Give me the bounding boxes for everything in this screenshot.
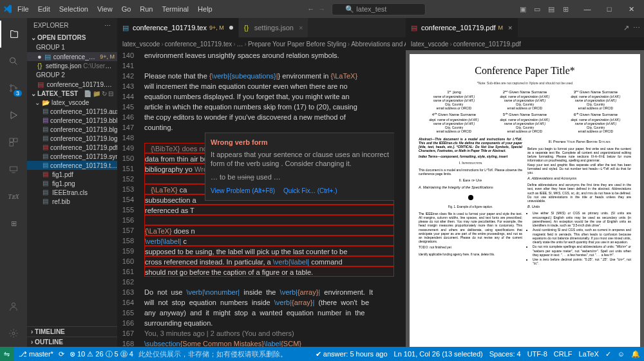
command-center[interactable]: 🔍 latex_test [332, 3, 426, 15]
code-line[interactable]: counting. [144, 122, 394, 133]
nav-back-icon[interactable]: ← [307, 5, 314, 13]
breadcrumbs[interactable]: latex_vscode› conference_101719.tex› …› … [117, 37, 406, 50]
code-line[interactable]: will not stop equation numbers inside \v… [144, 297, 394, 308]
menu-edit[interactable]: Edit [33, 5, 55, 13]
collapse-all-icon[interactable]: ⊟ [108, 90, 113, 97]
code-line[interactable]: the copy editors to wonder if you've dis… [144, 112, 394, 122]
view-problem-link[interactable]: View Problem (Alt+F8) [211, 187, 275, 194]
activity-remote-icon[interactable] [0, 156, 27, 183]
customize-layout-icon[interactable]: ⊞ [559, 3, 572, 15]
open-editors-header[interactable]: ⌄OPEN EDITORS [27, 33, 117, 42]
file-tree-item[interactable]: ▤conference_101719.logM [27, 134, 117, 143]
activity-account-icon[interactable] [0, 293, 27, 320]
code-line[interactable]: \verb|\label| c [144, 236, 394, 246]
code-line[interactable] [144, 215, 394, 225]
code-line[interactable]: \subsection{Some Common Mistakes}\label{… [144, 338, 394, 347]
file-tree-item[interactable]: ▤conference_101719.pdfM [27, 143, 117, 152]
code-line[interactable]: Please note that the {\verb|{subequation… [144, 71, 394, 81]
code-line[interactable] [144, 277, 394, 287]
file-tree-item[interactable]: ▤conference_101719.bbl [27, 116, 117, 125]
code-line[interactable]: Do not use \verb|\nonumber| inside the \… [144, 287, 394, 297]
workspace-header[interactable]: ⌄LATEX_TEST 📄 📁 ↻ ⊟ [27, 89, 117, 98]
activity-debug-icon[interactable] [0, 102, 27, 129]
window-close-icon[interactable]: ✕ [621, 1, 641, 17]
file-tree-item[interactable]: ▤fig1.png [27, 179, 117, 188]
code-line[interactable]: should not go before the caption of a fi… [144, 266, 394, 277]
code-line[interactable]: You, 3 minutes ago | 2 authors (You and … [144, 328, 394, 338]
status-eol[interactable]: CRLF [554, 350, 573, 358]
code-editor[interactable]: 1401411421431441451461471481491501511521… [117, 50, 406, 347]
more-icon[interactable]: ⋯ [633, 24, 640, 32]
toggle-panel-icon[interactable]: ▭ [531, 3, 544, 15]
refresh-icon[interactable]: ↻ [102, 90, 107, 97]
file-tree-item[interactable]: ▤conference_101719.aux [27, 107, 117, 116]
status-language[interactable]: LaTeX [579, 350, 599, 358]
file-tree-item[interactable]: ▤conference_101719.t…9+, M [27, 161, 117, 170]
menu-help[interactable]: Help [193, 5, 217, 13]
quick-fix-link[interactable]: Quick Fix... (Ctrl+.) [283, 187, 337, 194]
activity-settings-icon[interactable] [0, 320, 27, 347]
tab-conference-pdf[interactable]: ▤ conference_101719.pdf M × [406, 18, 518, 37]
close-icon[interactable]: × [299, 24, 303, 32]
minimap[interactable] [394, 50, 406, 347]
code-line[interactable]: cross referenced instead. In particular,… [144, 256, 394, 266]
activity-search-icon[interactable] [0, 48, 27, 75]
code-line[interactable]: environment leaves unsightly spaces arou… [144, 50, 394, 60]
folder-item[interactable]: ⌄📂latex_vscode [27, 98, 117, 107]
activity-explorer-icon[interactable] [0, 21, 27, 48]
window-minimize-icon[interactable]: — [577, 1, 598, 17]
file-tree-item[interactable]: ▤conference_101719.blg [27, 125, 117, 134]
code-line[interactable]: referenced as T [144, 205, 394, 215]
pdf-viewer[interactable]: Conference Paper Title* *Note: Sub-title… [406, 50, 644, 347]
new-file-icon[interactable]: 📄 [84, 90, 91, 97]
more-icon[interactable]: ⋯ [104, 22, 111, 29]
menu-file[interactable]: File [13, 5, 33, 13]
remote-indicator[interactable]: ⇋ [0, 347, 14, 361]
code-line[interactable]: surrounding equation. [144, 318, 394, 328]
activity-extra-icon[interactable]: ⊞ [0, 210, 27, 237]
status-answer[interactable]: ✔ answer: 5 hours ago [316, 350, 388, 358]
code-line[interactable]: article in which the equation numbers sk… [144, 102, 394, 112]
file-tree-item[interactable]: ▤IEEEtran.cls [27, 188, 117, 197]
activity-scm-icon[interactable]: 3 [0, 75, 27, 102]
window-maximize-icon[interactable]: □ [599, 1, 620, 17]
go-to-file-icon[interactable]: ↗ [623, 24, 629, 32]
open-editor-item[interactable]: ● ▤ conference_101719.t… 9+, M [27, 52, 117, 61]
close-icon[interactable]: × [508, 24, 512, 32]
status-sync[interactable]: ⟳ [59, 350, 64, 358]
toggle-secondary-sidebar-icon[interactable]: ▤ [545, 3, 558, 15]
open-editor-item[interactable]: {} settings.json C:\Users\Mono\A… [27, 61, 117, 70]
activity-latex-icon[interactable]: TᴇX [0, 183, 27, 210]
status-build-icon[interactable]: ✓ [605, 350, 611, 358]
file-tree-item[interactable]: ▤conference_101719.sync…M [27, 152, 117, 161]
status-branch[interactable]: ⎇ master* [19, 350, 53, 358]
status-cursor[interactable]: Ln 101, Col 26 (13 selected) [394, 350, 483, 358]
menu-view[interactable]: View [93, 5, 117, 13]
status-encoding[interactable]: UTF-8 [527, 350, 547, 358]
code-line[interactable]: will increment the main equation counter… [144, 81, 394, 91]
nav-forward-icon[interactable]: → [318, 5, 325, 13]
code-line[interactable]: {\LaTeX} does n [144, 225, 394, 236]
toggle-primary-sidebar-icon[interactable]: ▣ [516, 3, 529, 15]
menu-selection[interactable]: Selection [55, 5, 93, 13]
code-line[interactable]: any anyway) and it might stop a wanted e… [144, 308, 394, 318]
menu-run[interactable]: Run [135, 5, 157, 13]
tab-conference-tex[interactable]: ▤ conference_101719.tex 9+, M [117, 18, 239, 37]
menu-go[interactable]: Go [117, 5, 136, 13]
breadcrumbs[interactable]: latex_vscode› conference_101719.pdf [406, 37, 644, 50]
code-line[interactable]: equation numbers displayed. If you forge… [144, 91, 394, 102]
file-tree-item[interactable]: ▤ref.bib [27, 197, 117, 206]
activity-extensions-icon[interactable] [0, 129, 27, 156]
file-tree-item[interactable]: ▤fig1.pdf [27, 170, 117, 179]
outline-section[interactable]: › OUTLINE [27, 337, 117, 347]
new-folder-icon[interactable]: 📁 [93, 90, 100, 97]
status-problems[interactable]: ⊗ 10 ⚠ 26 ⓘ 5 Ⓑ 4 [70, 349, 133, 359]
menu-terminal[interactable]: Terminal [158, 5, 194, 13]
code-line[interactable] [144, 60, 394, 71]
status-feedback-icon[interactable]: ☺ [618, 350, 625, 358]
timeline-section[interactable]: › TIMELINE [27, 326, 117, 337]
code-line[interactable]: supposed to be using, the label will pic… [144, 246, 394, 256]
open-editor-item[interactable]: ▤ conference_101719.pdf l… [27, 80, 117, 89]
status-indent[interactable]: Spaces: 4 [489, 350, 521, 358]
tab-settings-json[interactable]: {} settings.json × [239, 18, 309, 37]
